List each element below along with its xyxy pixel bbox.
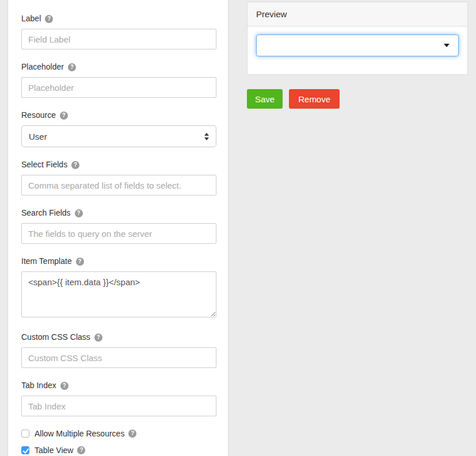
placeholder-field-label: Placeholder	[21, 62, 216, 72]
help-icon[interactable]	[60, 382, 68, 390]
select-fields-input[interactable]	[21, 175, 216, 196]
select-fields-label: Select Fields	[21, 160, 216, 170]
help-icon[interactable]	[75, 209, 83, 217]
custom-css-class-input[interactable]	[21, 347, 216, 368]
help-icon[interactable]	[94, 334, 102, 342]
tab-index-label: Tab Index	[21, 381, 216, 390]
placeholder-field-label-text: Placeholder	[21, 62, 64, 72]
help-icon[interactable]	[128, 430, 136, 438]
preview-title: Preview	[256, 9, 287, 19]
preview-panel-body	[247, 26, 467, 74]
label-field-label: Label	[21, 14, 216, 24]
placeholder-input[interactable]	[21, 77, 216, 98]
placeholder-field-group: Placeholder	[21, 62, 216, 98]
action-buttons: Save Remove	[247, 89, 468, 109]
help-icon[interactable]	[45, 15, 53, 23]
label-field-label-text: Label	[21, 14, 41, 24]
item-template-label: Item Template	[21, 256, 216, 266]
select-stepper-icon	[204, 133, 209, 140]
help-icon[interactable]	[68, 63, 76, 71]
help-icon[interactable]	[77, 446, 85, 454]
preview-panel: Preview	[247, 2, 468, 75]
table-view-checkbox[interactable]	[21, 446, 29, 454]
search-fields-label-text: Search Fields	[21, 208, 71, 218]
item-template-group: Item Template <span>{{ item.data }}</spa…	[21, 256, 216, 320]
item-template-textarea[interactable]: <span>{{ item.data }}</span>	[21, 271, 216, 317]
help-icon[interactable]	[71, 161, 79, 169]
label-input[interactable]	[21, 29, 216, 49]
help-icon[interactable]	[76, 258, 84, 266]
caret-down-icon	[444, 44, 450, 47]
help-icon[interactable]	[60, 112, 68, 120]
preview-panel-header: Preview	[247, 2, 467, 26]
resource-field-label: Resource	[21, 110, 216, 120]
search-fields-group: Search Fields	[21, 208, 216, 244]
item-template-label-text: Item Template	[21, 256, 72, 266]
table-view-label-text: Table View	[35, 446, 73, 455]
custom-css-class-group: Custom CSS Class	[21, 332, 216, 368]
preview-resource-select[interactable]	[256, 35, 459, 56]
allow-multiple-resources-label: Allow Multiple Resources	[35, 429, 136, 438]
search-fields-label: Search Fields	[21, 208, 216, 218]
table-view-label: Table View	[35, 446, 85, 455]
select-fields-group: Select Fields	[21, 160, 216, 196]
save-button[interactable]: Save	[247, 89, 283, 109]
table-view-row: Table View	[21, 446, 216, 455]
select-fields-label-text: Select Fields	[21, 160, 67, 170]
tab-index-input[interactable]	[21, 396, 216, 416]
resource-select-value: User	[29, 132, 47, 141]
resource-field-group: Resource User	[21, 110, 216, 147]
resource-field-label-text: Resource	[21, 110, 56, 120]
custom-css-class-label-text: Custom CSS Class	[21, 332, 90, 342]
allow-multiple-resources-row: Allow Multiple Resources	[21, 429, 216, 438]
remove-button[interactable]: Remove	[289, 89, 340, 109]
preview-column: Preview Save Remove	[247, 2, 468, 109]
allow-multiple-resources-checkbox[interactable]	[21, 430, 29, 438]
tab-index-label-text: Tab Index	[21, 381, 56, 390]
search-fields-input[interactable]	[21, 223, 216, 244]
tab-index-group: Tab Index	[21, 381, 216, 416]
label-field-group: Label	[21, 14, 216, 49]
custom-css-class-label: Custom CSS Class	[21, 332, 216, 342]
allow-multiple-resources-label-text: Allow Multiple Resources	[35, 429, 124, 438]
field-settings-panel: Label Placeholder Resource User Select F…	[7, 0, 229, 456]
resource-select[interactable]: User	[21, 125, 216, 147]
